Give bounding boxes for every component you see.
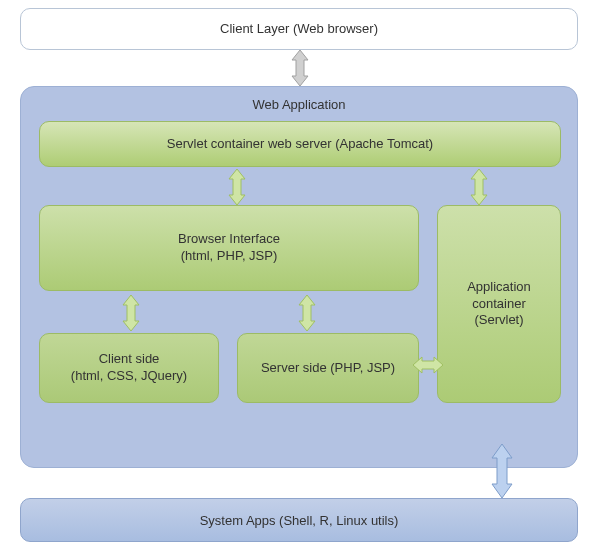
- arrow-webapp-to-systemapps: [490, 444, 514, 498]
- system-apps-label: System Apps (Shell, R, Linux utils): [200, 513, 399, 528]
- arrow-servlet-to-appcontainer: [469, 169, 489, 205]
- arrow-client-to-webapp: [290, 50, 310, 86]
- server-side-box: Server side (PHP, JSP): [237, 333, 419, 403]
- browser-interface-label-2: (html, PHP, JSP): [178, 248, 280, 265]
- svg-marker-3: [123, 295, 139, 331]
- arrow-browser-to-clientside: [121, 295, 141, 331]
- svg-marker-2: [471, 169, 487, 205]
- arrow-servlet-to-browser: [227, 169, 247, 205]
- system-apps-box: System Apps (Shell, R, Linux utils): [20, 498, 578, 542]
- client-layer-label: Client Layer (Web browser): [220, 21, 378, 38]
- client-layer-box: Client Layer (Web browser): [20, 8, 578, 50]
- svg-marker-4: [299, 295, 315, 331]
- web-application-title: Web Application: [21, 97, 577, 112]
- svg-marker-0: [292, 50, 308, 86]
- client-side-label-1: Client side: [71, 351, 187, 368]
- arrow-browser-to-serverside: [297, 295, 317, 331]
- application-container-label-1: Application container: [442, 279, 556, 313]
- server-side-label: Server side (PHP, JSP): [261, 360, 395, 377]
- arrow-serverside-to-appcontainer: [413, 355, 443, 375]
- servlet-container-box: Servlet container web server (Apache Tom…: [39, 121, 561, 167]
- application-container-box: Application container (Servlet): [437, 205, 561, 403]
- svg-marker-6: [492, 444, 512, 498]
- svg-marker-5: [413, 357, 443, 373]
- client-side-label-2: (html, CSS, JQuery): [71, 368, 187, 385]
- web-application-container: Web Application Servlet container web se…: [20, 86, 578, 468]
- servlet-container-label: Servlet container web server (Apache Tom…: [167, 136, 433, 153]
- client-side-box: Client side (html, CSS, JQuery): [39, 333, 219, 403]
- browser-interface-label-1: Browser Interface: [178, 231, 280, 248]
- application-container-label-2: (Servlet): [442, 312, 556, 329]
- browser-interface-box: Browser Interface (html, PHP, JSP): [39, 205, 419, 291]
- svg-marker-1: [229, 169, 245, 205]
